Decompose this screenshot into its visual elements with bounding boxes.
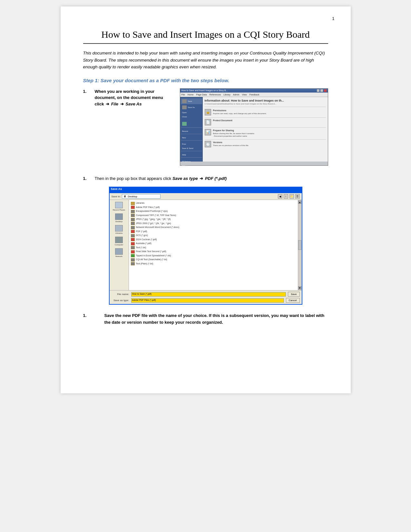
page-title: How to Save and Insert Images on a CQI S… <box>83 29 328 44</box>
desktop-icon: 🖥 <box>123 195 126 198</box>
ss2-titlebar: Save As <box>111 187 122 191</box>
file-item-4[interactable]: JPEG (*.jpg, *.jpeg, *.jpe, *.jfif, *.jf… <box>130 217 297 222</box>
filename-input[interactable]: How to Save (*.pdf) <box>131 292 286 297</box>
file-item-5[interactable]: JPEG 2000 (*.jp2, *.j2k, *.jpc, *.jpx) <box>130 222 297 226</box>
saveas-icon <box>182 105 187 109</box>
file-icon-8 <box>131 234 135 237</box>
sidebar-libraries[interactable]: Libraries <box>110 225 128 234</box>
save-button[interactable]: Save <box>288 292 299 297</box>
file-item-9[interactable]: 2024 Cochran (*.pdf) <box>130 238 297 242</box>
sidebar-computer[interactable]: Computer <box>110 237 128 246</box>
view-icon[interactable]: ☰ <box>295 194 300 199</box>
file-icon-6 <box>131 226 135 229</box>
sidebar-network[interactable]: Network <box>110 248 128 257</box>
menu-info[interactable] <box>181 121 202 127</box>
ss2-file-area: Libraries Adobe PDF Files (*.pdf) Encaps… <box>129 200 298 290</box>
versions-text: Versions There are no previous versions … <box>213 141 249 147</box>
scroll-down[interactable]: ▼ <box>298 286 301 290</box>
file-label-10: Australia (*.pdf) <box>136 242 152 245</box>
menu-close[interactable]: Close <box>181 115 202 119</box>
new-folder-icon[interactable]: 📁 <box>289 194 294 199</box>
share-icon: 📊 <box>206 130 210 134</box>
menu-new[interactable]: New <box>181 136 202 140</box>
file-item-3[interactable]: Compressed TIFF (*.tif, TIFF final Tems) <box>130 213 297 218</box>
file-item-6[interactable]: Network Microsoft Word Document (*.docx) <box>130 225 297 230</box>
file-label-15: Text (Plain) (*.txt) <box>136 262 153 266</box>
filename-label: File name: <box>112 293 129 296</box>
file-item-8[interactable]: GCS (*.gcs) <box>130 233 297 238</box>
menu-save[interactable]: Save <box>181 98 202 104</box>
file-item[interactable]: Adobe PDF Files (*.pdf) <box>130 205 297 210</box>
ribbon-feedback: Feedback <box>250 94 259 96</box>
scrollbar[interactable]: ▲ ▼ <box>298 200 302 290</box>
file-icon-15 <box>131 262 135 265</box>
file-item-14[interactable]: CQI All Test (Searchable) (*.txt) <box>130 258 297 262</box>
ss1-body: Save Save As Open Close Recen <box>180 97 328 162</box>
back-icon[interactable]: ◀ <box>278 194 282 199</box>
ribbon-file: File <box>181 94 185 96</box>
file-icon-9 <box>131 238 135 241</box>
saveastype-label: Save as type: <box>112 299 129 302</box>
up-icon[interactable]: ↑ <box>284 194 288 199</box>
protect-icon: 📄 <box>205 119 211 125</box>
arrow-1: ➜ <box>106 101 109 107</box>
menu-help[interactable]: Help <box>181 153 202 157</box>
protect-title: Protect Document <box>213 119 232 122</box>
menu-save-as[interactable]: Save As <box>181 104 202 110</box>
screenshot1: How to Save and Insert Images on a Story… <box>180 88 328 166</box>
file-item-15[interactable]: Text (Plain) (*.txt) <box>130 262 297 266</box>
sharing-text: Prepare for Sharing Before sharing this … <box>213 129 255 138</box>
menu-options[interactable]: ⚙ Options <box>181 159 202 163</box>
file-libraries[interactable]: Libraries <box>130 201 297 205</box>
minimize-btn <box>317 89 319 92</box>
step1-screenshot-col: How to Save and Insert Images on a Story… <box>180 88 328 166</box>
menu-open[interactable]: Open <box>181 111 202 114</box>
network-icon <box>115 248 123 255</box>
menu-print[interactable]: Print <box>181 142 202 146</box>
scroll-up[interactable]: ▲ <box>298 201 301 204</box>
ss1-permissions: 🔒 Permissions Anyone can read, copy, and… <box>205 109 326 115</box>
step1-header: Step 1: Save your document as a PDF with… <box>83 78 328 83</box>
savein-dropdown[interactable]: 🖥 Desktop <box>122 194 161 199</box>
file-label: File <box>111 102 118 106</box>
ribbon-admin: Admin <box>233 94 240 96</box>
list-item-1-strong: When you are working in your document, o… <box>95 89 163 106</box>
ss1-controls <box>317 89 327 92</box>
file-icon-3 <box>131 214 135 217</box>
cancel-button[interactable]: Cancel <box>286 298 300 303</box>
permissions-desc: Anyone can read, copy, and change any pa… <box>213 112 267 115</box>
ss2-file-list: Libraries Adobe PDF Files (*.pdf) Encaps… <box>130 201 297 266</box>
file-item-10[interactable]: Australia (*.pdf) <box>130 241 297 246</box>
file-item-13[interactable]: Tipped in Excel Spreadsheet (*.xls) <box>130 254 297 258</box>
ss2-sidebar: Recent Places Desktop Libraries Computer <box>110 200 129 290</box>
menu-save-send[interactable]: Save & Send <box>181 146 202 150</box>
scroll-thumb[interactable] <box>298 240 301 250</box>
sidebar-desktop[interactable]: Desktop <box>110 213 128 222</box>
ribbon-library: Library <box>223 94 230 96</box>
step2-list: Then in the pop up box that appears clic… <box>83 175 328 182</box>
computer-icon <box>115 237 123 243</box>
file-label-12: Final Slide Test Second (*.pdf) <box>136 250 166 253</box>
saveastype-select[interactable]: Adobe PDF Files (*.pdf) <box>131 298 284 303</box>
file-icon-5 <box>131 222 135 225</box>
menu-exit[interactable]: ✖ Exit <box>181 164 202 168</box>
file-item-12[interactable]: Final Slide Test Second (*.pdf) <box>130 250 297 254</box>
filename-value: How to Save (*.pdf) <box>132 293 152 295</box>
page: 1 How to Save and Insert Images on a CQI… <box>61 6 351 393</box>
ribbon-home: Home <box>188 94 194 96</box>
list-item-1: When you are working in your document, o… <box>83 88 173 107</box>
ss1-right-panel: Information about: How to Save and Inser… <box>203 97 328 162</box>
file-item-2[interactable]: Encapsulated PostScript (*.eps) <box>130 209 297 213</box>
step3-list: Save the new PDF file with the name of y… <box>83 312 328 326</box>
list-item-3: Save the new PDF file with the name of y… <box>83 312 328 326</box>
file-item-11[interactable]: Text (*.txt) <box>130 246 297 250</box>
file-label-14: CQI All Test (Searchable) (*.txt) <box>136 258 167 261</box>
protect-text: Protect Document <box>213 119 232 122</box>
sidebar-recent-places[interactable]: Recent Places <box>110 202 128 211</box>
intro-text: This document is intended to help your t… <box>83 50 328 71</box>
sharing-icon: 📊 <box>205 129 211 135</box>
file-icon-10 <box>131 242 135 245</box>
menu-recent[interactable]: Recent <box>181 129 202 133</box>
clock-icon: 🕐 <box>206 143 210 146</box>
file-item-7[interactable]: PDF (*.pdf) <box>130 230 297 234</box>
